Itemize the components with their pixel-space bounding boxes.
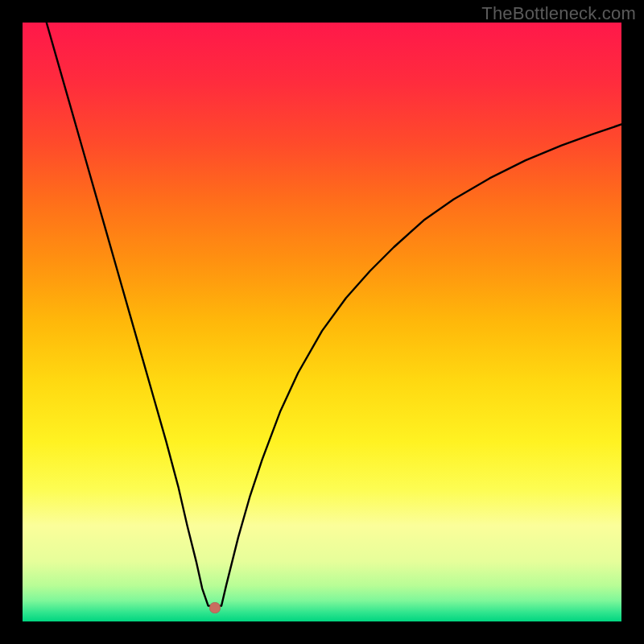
watermark-text: TheBottleneck.com — [481, 3, 636, 24]
curve — [23, 23, 621, 621]
chart-frame: TheBottleneck.com — [0, 0, 644, 644]
optimum-marker — [209, 602, 221, 613]
plot-area — [23, 23, 621, 621]
